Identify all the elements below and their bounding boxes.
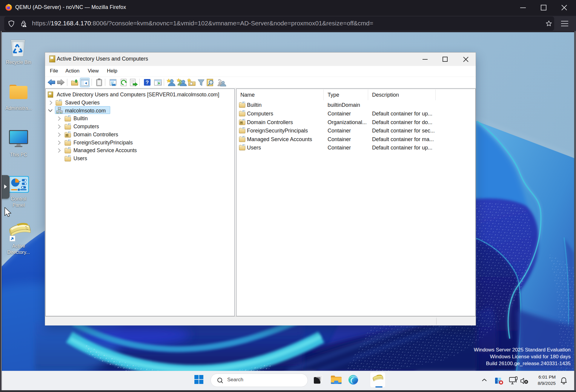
svg-text:?: ? <box>146 80 149 85</box>
